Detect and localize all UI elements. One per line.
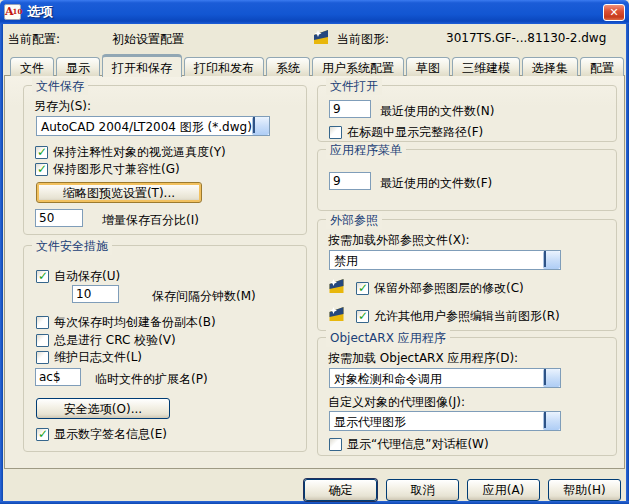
chevron-down-icon[interactable] [543,251,560,269]
allow-refedit-row: 允许其他用户参照编辑当前图形(R) [356,308,560,325]
visual-fidelity-row: 保持注释性对象的视觉逼真度(Y) [35,144,226,161]
file-open-group: 文件打开 最近使用的文件数(N) 在标题中显示完整路径(F) [317,85,617,142]
proxy-dialog-row: 显示“代理信息”对话框(W) [329,436,489,453]
chevron-down-icon[interactable] [543,369,560,387]
temp-ext-label: 临时文件的扩展名(P) [95,371,208,388]
app-menu-recent-input[interactable] [329,172,371,190]
xref-demand-load-value: 禁用 [330,251,560,270]
recent-files-label: 最近使用的文件数(N) [380,103,494,120]
tab-display[interactable]: 显示 [56,57,100,76]
save-interval-label: 保存间隔分钟数(M) [152,288,256,305]
visual-fidelity-label: 保持注释性对象的视觉逼真度(Y) [53,144,226,161]
backup-copy-label: 每次保存时均创建备份副本(B) [54,314,216,331]
tab-3d-modeling[interactable]: 三维建模 [452,57,520,76]
drawing-file-icon [313,29,329,45]
close-icon[interactable]: ✕ [603,4,625,21]
incremental-save-input[interactable] [35,209,83,227]
window-title: 选项 [27,3,603,21]
tab-selection[interactable]: 选择集 [522,57,578,76]
app-menu-recent-label: 最近使用的文件数(F) [380,175,492,192]
proxy-image-label: 自定义对象的代理图像(J): [328,394,465,411]
drawing-file-icon [328,278,345,294]
digital-signature-checkbox[interactable] [36,428,49,441]
app-menu-group: 应用程序菜单 最近使用的文件数(F) [317,149,617,211]
visual-fidelity-checkbox[interactable] [35,146,48,159]
xref-group: 外部参照 按需加载外部参照文件(X): 禁用 保留外部参照图层的修改(C) 允许… [317,219,617,331]
current-drawing-value: 3017TS.GF-...81130-2.dwg [446,31,606,45]
xref-demand-load-combobox[interactable]: 禁用 [329,250,561,270]
objectarx-demand-load-combobox[interactable]: 对象检测和命令调用 [329,368,561,388]
recent-files-input[interactable] [329,100,371,118]
title-bar[interactable]: A10 选项 ✕ [0,0,629,24]
options-dialog: A10 选项 ✕ 当前配置: 初始设置配置 当前图形: 3017TS.GF-..… [0,0,629,504]
save-interval-input[interactable] [72,285,119,303]
allow-refedit-label: 允许其他用户参照编辑当前图形(R) [374,308,560,325]
crc-validation-label: 总是进行 CRC 校验(V) [54,332,176,349]
digital-signature-label: 显示数字签名信息(E) [54,426,167,443]
proxy-image-combobox[interactable]: 显示代理图形 [329,411,561,431]
window-frame [0,24,3,504]
backup-row: 每次保存时均创建备份副本(B) [36,314,216,331]
objectarx-group: ObjectARX 应用程序 按需加载 ObjectARX 应用程序(D): 对… [317,337,617,456]
drawing-file-icon [328,306,345,322]
save-as-label: 另存为(S): [34,98,91,115]
current-profile-label: 当前配置: [8,31,60,48]
current-drawing-label: 当前图形: [337,31,389,48]
autosave-label: 自动保存(U) [54,268,120,285]
apply-button[interactable]: 应用(A) [467,479,540,501]
proxy-image-value: 显示代理图形 [330,412,560,431]
crc-row: 总是进行 CRC 校验(V) [36,332,176,349]
open-and-save-page: 文件保存 另存为(S): AutoCAD 2004/LT2004 图形 (*.d… [4,75,625,469]
crc-validation-checkbox[interactable] [36,334,49,347]
full-path-row: 在标题中显示完整路径(F) [329,124,483,141]
save-as-combobox[interactable]: AutoCAD 2004/LT2004 图形 (*.dwg) [36,116,270,136]
ok-button[interactable]: 确定 [304,479,377,501]
help-button[interactable]: 帮助(H) [548,479,621,501]
incremental-save-label: 增量保存百分比(I) [102,212,199,229]
file-safety-group: 文件安全措施 自动保存(U) 保存间隔分钟数(M) 每次保存时均创建备份副本(B… [23,245,307,452]
tab-files[interactable]: 文件 [10,57,54,76]
autosave-checkbox[interactable] [36,270,49,283]
tab-profiles[interactable]: 配置 [580,57,624,76]
tab-drafting[interactable]: 草图 [406,57,450,76]
save-as-value: AutoCAD 2004/LT2004 图形 (*.dwg) [37,117,269,136]
proxy-dialog-checkbox[interactable] [329,438,342,451]
log-file-row: 维护日志文件(L) [36,349,142,366]
current-profile-value: 初始设置配置 [112,31,184,48]
tab-system[interactable]: 系统 [266,57,310,76]
size-compat-row: 保持图形尺寸兼容性(G) [35,161,180,178]
file-safety-group-title: 文件安全措施 [32,238,112,255]
objectarx-group-title: ObjectARX 应用程序 [326,330,450,347]
log-file-checkbox[interactable] [36,351,49,364]
autosave-row: 自动保存(U) [36,268,120,285]
allow-refedit-checkbox[interactable] [356,310,369,323]
tab-strip: 文件 显示 打开和保存 打印和发布 系统 用户系统配置 草图 三维建模 选择集 … [10,53,626,76]
signature-row: 显示数字签名信息(E) [36,426,167,443]
autocad-app-icon: A10 [4,4,21,20]
file-open-group-title: 文件打开 [326,78,382,95]
tab-plot-and-publish[interactable]: 打印和发布 [184,57,264,76]
tab-open-and-save[interactable]: 打开和保存 [102,54,182,77]
backup-copy-checkbox[interactable] [36,316,49,329]
retain-xref-layer-checkbox[interactable] [356,282,369,295]
log-file-label: 维护日志文件(L) [54,349,142,366]
retain-xref-row: 保留外部参照图层的修改(C) [356,280,524,297]
cancel-button[interactable]: 取消 [386,479,459,501]
chevron-down-icon[interactable] [543,412,560,430]
proxy-dialog-label: 显示“代理信息”对话框(W) [347,436,489,453]
xref-group-title: 外部参照 [326,212,382,229]
tab-user-preferences[interactable]: 用户系统配置 [312,57,404,76]
objectarx-demand-load-value: 对象检测和命令调用 [330,369,560,388]
size-compat-label: 保持图形尺寸兼容性(G) [53,161,180,178]
security-options-button[interactable]: 安全选项(O)... [36,398,170,419]
thumbnail-preview-settings-button[interactable]: 缩略图预览设置(T)... [36,182,202,203]
app-menu-group-title: 应用程序菜单 [326,142,406,159]
retain-xref-layer-label: 保留外部参照图层的修改(C) [374,280,524,297]
full-path-checkbox[interactable] [329,126,342,139]
xref-demand-load-label: 按需加载外部参照文件(X): [328,232,470,249]
chevron-down-icon[interactable] [252,117,269,135]
temp-ext-input[interactable] [35,368,81,386]
objectarx-demand-load-label: 按需加载 ObjectARX 应用程序(D): [328,350,518,367]
file-save-group-title: 文件保存 [32,78,88,95]
size-compat-checkbox[interactable] [35,163,48,176]
